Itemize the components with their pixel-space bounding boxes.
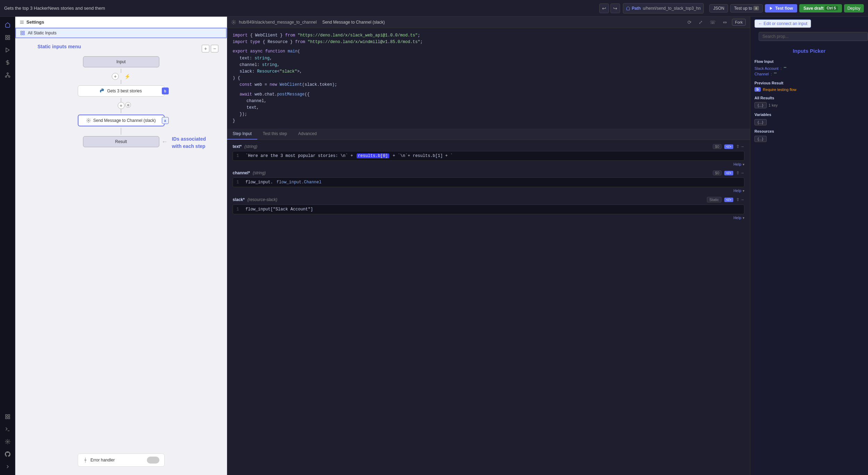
fork-button[interactable]: Fork (732, 19, 746, 26)
svg-point-8 (5, 76, 7, 77)
input-node-label: Input (116, 59, 126, 64)
tab-step-input[interactable]: Step Input (227, 128, 257, 140)
sidebar-icon-chart[interactable] (2, 411, 13, 422)
editor-icon-group: ⟳ ⤢ ☏ ⇔ Fork (685, 19, 746, 26)
json-button[interactable]: JSON (709, 4, 728, 12)
step-a-node[interactable]: Send Message to Channel (slack) (78, 115, 165, 126)
flow-input-channel[interactable]: Channel : "" (754, 71, 864, 77)
code-line-13: } (233, 118, 744, 124)
sidebar-icon-dollar[interactable] (2, 57, 13, 68)
branch-button[interactable]: ⊕ (125, 102, 131, 108)
undo-button[interactable]: ↩ (599, 3, 609, 13)
expand-button[interactable]: ⤢ (696, 19, 705, 26)
path-label-text: Path (632, 6, 641, 11)
undo-redo-group: ↩ ↪ (599, 3, 620, 13)
text-field-code-btn[interactable]: </> (724, 144, 733, 149)
channel-help-btn[interactable]: Help (733, 189, 741, 193)
code-line-8: const web = new WebClient(slack.token); (233, 82, 744, 88)
text-field-dollar: $0 (713, 144, 721, 149)
slack-field-code-btn[interactable]: </> (724, 198, 733, 202)
svg-rect-2 (8, 35, 10, 37)
add-step-button-1[interactable]: + (112, 73, 119, 80)
channel-picker-value: "" (774, 72, 777, 76)
sidebar-icon-workflow[interactable] (2, 69, 13, 81)
connector-2: + ⊕ (118, 98, 125, 113)
text-field: text* (string) $0 </> ⇧→ 1 `Here are the… (233, 144, 744, 166)
slack-field-line: 1 flow_input["Slack Account"] (236, 207, 741, 212)
svg-marker-5 (6, 48, 9, 52)
svg-point-9 (8, 76, 10, 77)
svg-rect-24 (23, 33, 24, 35)
editor-panel: hub/849/slack/send_message_to_channel Se… (227, 17, 750, 475)
connector-btns-1: + ⚡ (112, 73, 130, 80)
savedraft-button[interactable]: Save draft Ctrl S (799, 4, 842, 12)
slack-field-name: slack* (233, 197, 245, 202)
slack-field-editor: 1 flow_input["Slack Account"] (233, 205, 744, 214)
sidebar-icon-github[interactable] (2, 449, 13, 460)
flow-content: Static inputs menu + − Input + ⚡ (15, 38, 227, 475)
sidebar-icon-home[interactable] (2, 19, 13, 31)
sidebar-icon-play[interactable] (2, 44, 13, 56)
input-node[interactable]: Input (83, 56, 159, 67)
connector-btns-2: + ⊕ (118, 102, 125, 109)
tab-advanced[interactable]: Advanced (293, 128, 322, 140)
code-line-9: await web.chat.postMessage({ (233, 91, 744, 98)
add-button[interactable]: + (202, 45, 209, 52)
result-node[interactable]: Result (83, 136, 159, 147)
text-help-btn[interactable]: Help (733, 162, 741, 166)
channel-key: Channel (754, 72, 769, 76)
require-testing-label: Require testing flow (763, 88, 796, 92)
add-step-button-2[interactable]: + (118, 102, 125, 109)
all-static-inputs-bar[interactable]: All Static Inputs (15, 28, 227, 38)
sidebar-icon-terminal[interactable] (2, 424, 13, 435)
testflow-button[interactable]: Test flow (765, 4, 797, 12)
step-b-label: Gets 3 best stories (107, 89, 142, 93)
sidebar-icon-settings[interactable] (2, 436, 13, 447)
flow-title: Gets the top 3 HackerNews stories and se… (4, 6, 596, 11)
path-icon-label: Path (626, 6, 641, 11)
resources-title: Resources (754, 129, 864, 133)
slack-field: slack* (resource-slack) Static </> ⇧→ 1 … (233, 197, 744, 220)
all-results-badge-row: {...} 1 key (754, 102, 864, 108)
editor-topbar: hub/849/slack/send_message_to_channel Se… (227, 17, 750, 28)
slack-help-btn[interactable]: Help (733, 216, 741, 220)
resources-badge: {...} (754, 136, 767, 142)
sidebar-icon-expand[interactable] (2, 461, 13, 472)
code-line-4: text: string, (233, 55, 744, 62)
error-handler-row: Error handler (78, 453, 165, 467)
phone-button[interactable]: ☏ (708, 19, 718, 26)
code-blank-1 (233, 45, 744, 48)
inputs-picker-panel: ← Edit or connect an input Inputs Picker… (750, 17, 868, 475)
channel-help-chevron: ▾ (743, 189, 744, 193)
variables-badge: {...} (754, 119, 767, 125)
channel-field-line: 1 flow_input.flow_input.Channel (236, 180, 741, 185)
slack-value: flow_input["Slack Account"] (245, 207, 313, 212)
code-line-11: text, (233, 105, 744, 111)
edit-connect-button[interactable]: ← Edit or connect an input (754, 19, 811, 28)
testup-button[interactable]: Test up to a (730, 4, 763, 12)
testup-badge: a (753, 6, 759, 10)
sidebar-icon-grid[interactable] (2, 32, 13, 43)
svg-point-7 (7, 73, 8, 74)
refresh-button[interactable]: ⟳ (685, 19, 694, 26)
link-button[interactable]: ⇔ (721, 19, 729, 26)
text-suffix: + `\n`+ results.b[1] + ` (393, 153, 453, 158)
search-input[interactable] (759, 32, 868, 41)
tab-test-step[interactable]: Test this step (257, 128, 293, 140)
inputs-picker-title: Inputs Picker (750, 44, 868, 57)
deploy-button[interactable]: Deploy (844, 4, 864, 12)
error-handler-toggle[interactable] (147, 457, 159, 464)
svg-rect-25 (21, 33, 22, 35)
slack-help-row: Help ▾ (233, 216, 744, 220)
step-b-node[interactable]: Gets 3 best stories (78, 85, 165, 97)
svg-point-26 (88, 120, 90, 121)
redo-button[interactable]: ↪ (610, 3, 620, 13)
lightning-button-1[interactable]: ⚡ (124, 74, 130, 79)
flow-input-slack-account[interactable]: Slack Account : "" (754, 66, 864, 71)
code-blank-2 (233, 89, 744, 91)
channel-field-code-btn[interactable]: </> (724, 171, 733, 175)
channel-value: flow_input.Channel (276, 180, 322, 185)
minus-button[interactable]: − (211, 45, 218, 52)
path-value: u/henri/send_to_slack_top3_hn (643, 6, 701, 11)
channel-colon: : (771, 72, 772, 76)
